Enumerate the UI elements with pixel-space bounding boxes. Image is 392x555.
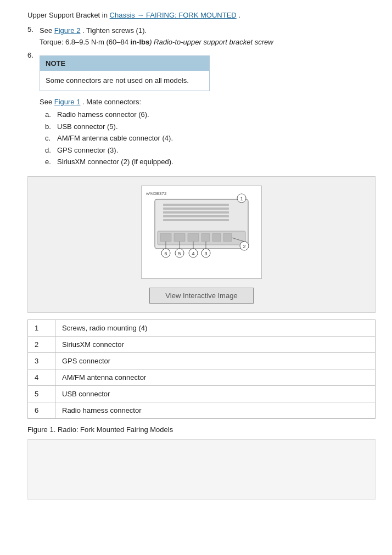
row6-num: 6 (28, 402, 55, 418)
table-row: 4 AM/FM antenna connector (28, 369, 376, 385)
svg-text:6: 6 (164, 251, 167, 256)
row6-desc: Radio harness connector (55, 402, 376, 418)
row4-desc: AM/FM antenna connector (55, 369, 376, 385)
svg-rect-3 (163, 208, 229, 210)
torque-bold: in-lbs (131, 38, 150, 46)
connector-e-letter: e. (45, 156, 57, 167)
figure-container: w%DE372 (27, 176, 376, 313)
page: Upper Support Bracket in Chassis → FAIRI… (0, 0, 392, 509)
connector-d: d. GPS connector (3). (45, 145, 376, 156)
svg-rect-10 (188, 233, 199, 242)
svg-rect-5 (163, 215, 229, 217)
intro-suffix: . (238, 11, 240, 19)
step-5-content: See Figure 2 . Tighten screws (1). Torqu… (40, 25, 376, 48)
svg-rect-9 (174, 233, 185, 242)
step-5-num: 5. (27, 25, 40, 48)
row2-desc: SiriusXM connector (55, 336, 376, 352)
parts-table: 1 Screws, radio mounting (4) 2 SiriusXM … (27, 319, 376, 419)
svg-text:1: 1 (240, 196, 243, 201)
see-suffix: . Mate connectors: (82, 98, 141, 106)
connector-d-letter: d. (45, 145, 57, 156)
connector-b-letter: b. (45, 121, 57, 132)
svg-rect-12 (212, 233, 221, 242)
connector-b: b. USB connector (5). (45, 121, 376, 132)
empty-section (27, 439, 376, 500)
svg-text:5: 5 (178, 251, 181, 256)
step-5: 5. See Figure 2 . Tighten screws (1). To… (27, 25, 376, 48)
step-5-line1: See Figure 2 . Tighten screws (1). (40, 25, 376, 36)
content-area: Upper Support Bracket in Chassis → FAIRI… (27, 10, 376, 500)
svg-rect-8 (160, 233, 171, 242)
torque-text: Torque: 6.8–9.5 N·m (60–84 in-lbs) Radio… (40, 37, 376, 48)
see-figure-line: See Figure 1 . Mate connectors: (40, 97, 376, 108)
row5-num: 5 (28, 385, 55, 402)
figure1-link[interactable]: Figure 1 (54, 98, 81, 106)
intro-text: Upper Support Bracket in Chassis → FAIRI… (27, 10, 376, 21)
step-6-num: 6. (27, 51, 40, 170)
radio-diagram-svg: w%DE372 (144, 188, 259, 276)
svg-text:2: 2 (243, 244, 245, 249)
step5-prefix: See (40, 26, 54, 35)
see-prefix: See (40, 98, 54, 106)
note-box: NOTE Some connectors are not used on all… (40, 55, 210, 91)
connector-c-letter: c. (45, 133, 57, 144)
svg-rect-6 (163, 219, 229, 221)
table-row: 1 Screws, radio mounting (4) (28, 319, 376, 336)
svg-text:4: 4 (192, 251, 194, 256)
svg-rect-4 (163, 211, 229, 214)
table-body: 1 Screws, radio mounting (4) 2 SiriusXM … (28, 319, 376, 418)
table-row: 5 USB connector (28, 385, 376, 402)
row1-desc: Screws, radio mounting (4) (55, 319, 376, 336)
connector-b-text: USB connector (5). (57, 121, 118, 132)
step-6: 6. NOTE Some connectors are not used on … (27, 51, 376, 170)
step-6-content: NOTE Some connectors are not used on all… (40, 51, 376, 170)
note-header: NOTE (40, 56, 209, 71)
step5-suffix: . Tighten screws (1). (82, 26, 147, 35)
connector-d-text: GPS connector (3). (57, 145, 118, 156)
svg-text:3: 3 (204, 251, 207, 256)
figure-image: w%DE372 (141, 186, 262, 279)
connector-a-letter: a. (45, 109, 57, 120)
row5-desc: USB connector (55, 385, 376, 402)
figure2-link[interactable]: Figure 2 (54, 26, 81, 35)
svg-text:w%DE372: w%DE372 (145, 191, 167, 196)
svg-rect-2 (163, 204, 229, 206)
table-row: 3 GPS connector (28, 352, 376, 369)
connector-e-text: SiriusXM connector (2) (if equipped). (57, 156, 173, 167)
view-interactive-button[interactable]: View Interactive Image (149, 288, 253, 304)
row1-num: 1 (28, 319, 55, 336)
figure-caption: Figure 1. Radio: Fork Mounted Fairing Mo… (27, 425, 376, 434)
connector-list: a. Radio harness connector (6). b. USB c… (45, 109, 376, 167)
torque-italic: ) Radio-to-upper support bracket screw (149, 38, 273, 46)
row4-num: 4 (28, 369, 55, 385)
connector-a: a. Radio harness connector (6). (45, 109, 376, 120)
torque-prefix: Torque: 6.8–9.5 N·m (60–84 (40, 38, 131, 46)
connector-a-text: Radio harness connector (6). (57, 109, 149, 120)
connector-e: e. SiriusXM connector (2) (if equipped). (45, 156, 376, 167)
intro-prefix: Upper Support Bracket in (27, 11, 110, 19)
svg-rect-13 (223, 233, 232, 242)
table-row: 6 Radio harness connector (28, 402, 376, 418)
note-body: Some connectors are not used on all mode… (40, 71, 209, 91)
connector-c: c. AM/FM antenna cable connector (4). (45, 133, 376, 144)
table-row: 2 SiriusXM connector (28, 336, 376, 352)
row3-desc: GPS connector (55, 352, 376, 369)
row2-num: 2 (28, 336, 55, 352)
row3-num: 3 (28, 352, 55, 369)
svg-rect-11 (201, 233, 210, 242)
chassis-link[interactable]: Chassis → FAIRING: FORK MOUNTED (110, 11, 237, 19)
connector-c-text: AM/FM antenna cable connector (4). (57, 133, 173, 144)
